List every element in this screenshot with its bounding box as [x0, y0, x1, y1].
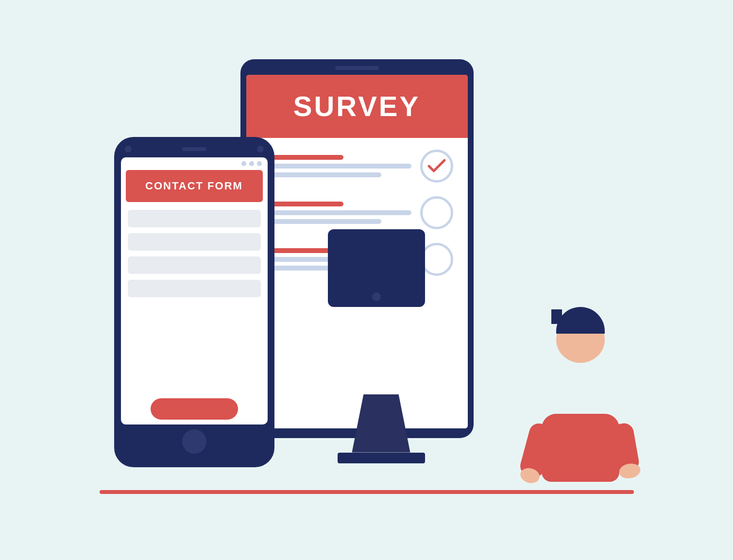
- monitor-stand: [352, 394, 410, 453]
- person-hair: [556, 307, 605, 334]
- phone-field-4: [128, 280, 261, 297]
- contact-form-title: CONTACT FORM: [145, 180, 243, 192]
- monitor-frame: [328, 229, 425, 307]
- survey-line-long: [261, 164, 411, 169]
- survey-title: SURVEY: [293, 90, 420, 122]
- survey-illustration: SURVEY: [100, 50, 634, 511]
- phone-screen: CONTACT FORM: [121, 157, 268, 424]
- survey-line-medium-2: [261, 219, 381, 224]
- tablet-header: SURVEY: [246, 75, 468, 138]
- phone-field-1: [128, 210, 261, 227]
- phone-dot-3: [257, 161, 262, 166]
- phone-field-3: [128, 256, 261, 274]
- phone-field-2: [128, 233, 261, 251]
- survey-line-medium: [261, 172, 381, 177]
- survey-row-1: [261, 150, 453, 183]
- phone-dots: [121, 157, 268, 170]
- person-figure: [527, 356, 634, 482]
- person-arm-right: [608, 422, 640, 474]
- person-hand-left: [518, 466, 541, 485]
- ground-line: [100, 490, 634, 494]
- phone-device: CONTACT FORM: [114, 137, 274, 467]
- checkmark-icon: [427, 158, 446, 174]
- person-head: [556, 317, 605, 363]
- contact-form-header: CONTACT FORM: [126, 170, 263, 202]
- survey-lines-2: [261, 202, 411, 224]
- person-hair-side: [551, 309, 562, 324]
- survey-row-2: [261, 196, 453, 229]
- phone-dot-2: [249, 161, 254, 166]
- phone-camera-icon: [125, 146, 132, 153]
- phone-speaker: [182, 147, 206, 151]
- phone-dot-1: [241, 161, 246, 166]
- survey-lines-1: [261, 155, 411, 177]
- person-arm-left: [518, 421, 555, 479]
- phone-home-button[interactable]: [182, 429, 206, 454]
- person-hand-right: [618, 462, 642, 480]
- survey-line-long-2: [261, 210, 411, 215]
- survey-circle-3: [420, 243, 453, 276]
- phone-submit-button[interactable]: [151, 398, 238, 420]
- survey-circle-2: [420, 196, 453, 229]
- survey-circle-checked: [420, 150, 453, 183]
- monitor-base: [338, 453, 425, 463]
- phone-submit-area: [121, 390, 268, 424]
- person-body: [527, 356, 634, 482]
- monitor-device: [333, 312, 430, 463]
- phone-topbar: [121, 146, 268, 157]
- monitor-camera-icon: [372, 292, 381, 301]
- person-torso: [542, 414, 619, 482]
- tablet-notch: [335, 66, 379, 70]
- phone-form-fields: [121, 210, 268, 390]
- phone-front-camera-icon: [257, 146, 264, 153]
